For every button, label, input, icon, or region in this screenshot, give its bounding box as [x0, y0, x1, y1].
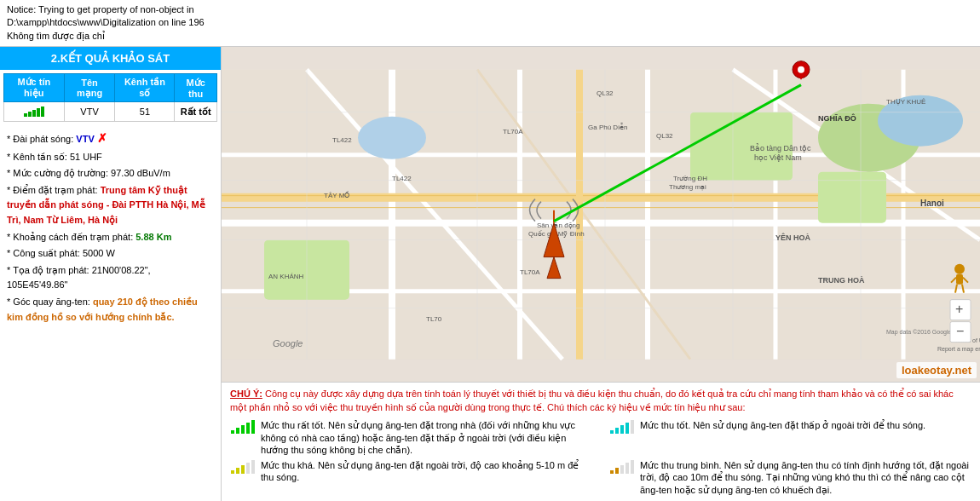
distance-label: * Khoảng cách đến trạm phát: — [7, 232, 135, 242]
svg-text:TRUNG HOÀ: TRUNG HOÀ — [818, 276, 865, 285]
notice-block: Notice: Trying to get property of non-ob… — [0, 0, 980, 47]
svg-rect-80 — [620, 425, 624, 434]
legend-signal-icon — [230, 419, 256, 434]
svg-rect-17 — [818, 172, 886, 223]
coords-row: * Tọa độ trạm phát: 21N00'08.22", 105E45… — [7, 263, 214, 293]
svg-text:Sân vận động: Sân vận động — [537, 222, 579, 229]
info-block: * Đài phát sóng: VTV ✗ * Kênh tần số: 51… — [3, 127, 217, 328]
right-area: Bảo tàng Dân tộc học Việt Nam NGHĨA ĐÔ T… — [222, 47, 980, 501]
svg-text:QL32: QL32 — [656, 132, 673, 140]
svg-rect-75 — [241, 425, 245, 434]
svg-text:THỤY KHUÊ: THỤY KHUÊ — [886, 98, 925, 106]
svg-rect-76 — [246, 423, 250, 434]
legend-text: Mức thu rất tốt. Nên sử dụng ăng-ten đặt… — [261, 419, 592, 456]
svg-rect-90 — [620, 465, 624, 474]
distance-val: 5.88 Km — [135, 232, 171, 242]
x-mark: ✗ — [97, 131, 107, 145]
svg-point-67 — [954, 264, 965, 274]
legend-item: Mức thu trung bình. Nên sử dụng ăng-ten … — [609, 459, 971, 496]
svg-rect-68 — [956, 274, 963, 285]
channel-label: * Kênh tần số: — [7, 152, 70, 162]
svg-text:Google: Google — [273, 338, 303, 348]
svg-text:TL422: TL422 — [392, 175, 412, 182]
svg-rect-91 — [625, 463, 629, 474]
signal-cell — [4, 102, 65, 122]
svg-text:TL422: TL422 — [332, 136, 352, 144]
svg-rect-73 — [231, 430, 234, 434]
svg-rect-74 — [236, 428, 239, 434]
svg-text:QL32: QL32 — [597, 89, 614, 97]
svg-rect-82 — [631, 420, 634, 434]
map-container[interactable]: Bảo tàng Dân tộc học Việt Nam NGHĨA ĐÔ T… — [222, 47, 980, 382]
col-network: Tên mạng — [64, 74, 115, 102]
svg-point-62 — [798, 66, 804, 73]
svg-text:Trường ĐH: Trường ĐH — [673, 175, 707, 182]
svg-text:YÊN HOÀ: YÊN HOÀ — [775, 233, 811, 242]
left-panel: 2.KẾT QUẢ KHẢO SÁT Mức tín hiệu Tên mạng… — [0, 47, 222, 501]
svg-text:+: + — [955, 302, 963, 316]
col-channel: Kênh tần số — [115, 74, 175, 102]
rating-cell: Rất tốt — [175, 102, 217, 122]
svg-rect-86 — [246, 463, 250, 474]
bottom-legend: CHÚ Ý: Công cụ này được xây dựng dựa trê… — [222, 382, 980, 501]
notice-line2: D:\xampp\htdocs\www\Digitalization on li… — [7, 17, 205, 27]
main-area: 2.KẾT QUẢ KHẢO SÁT Mức tín hiệu Tên mạng… — [0, 47, 980, 501]
svg-text:Ga Phú Diễn: Ga Phú Diễn — [588, 123, 627, 131]
left-scrollable[interactable]: Mức tín hiệu Tên mạng Kênh tần số Mức th… — [0, 70, 221, 501]
legend-item: Mức thu rất tốt. Nên sử dụng ăng-ten đặt… — [230, 419, 592, 456]
svg-point-21 — [358, 117, 426, 159]
svg-rect-81 — [625, 423, 629, 434]
network-cell: VTV — [64, 102, 115, 122]
broadcaster-val: VTV — [76, 134, 94, 144]
distance-row: * Khoảng cách đến trạm phát: 5.88 Km — [7, 230, 214, 245]
caution-text: CHÚ Ý: Công cụ này được xây dựng dựa trê… — [230, 388, 971, 414]
svg-text:TL70: TL70 — [426, 315, 442, 323]
coords-label: * Tọa độ trạm phát: — [7, 265, 92, 275]
map-svg: Bảo tàng Dân tộc học Việt Nam NGHĨA ĐÔ T… — [222, 47, 980, 382]
legend-signal-icon — [609, 459, 635, 474]
svg-rect-92 — [631, 460, 634, 474]
svg-text:Bảo tàng Dân tộc: Bảo tàng Dân tộc — [750, 143, 811, 153]
svg-text:NGHĨA ĐÔ: NGHĨA ĐÔ — [818, 113, 856, 123]
signal-table: Mức tín hiệu Tên mạng Kênh tần số Mức th… — [3, 73, 217, 122]
angle-label: * Góc quay ăng-ten: — [7, 297, 93, 307]
caution-prefix: CHÚ Ý: — [230, 389, 262, 399]
channel-val: 51 UHF — [70, 152, 102, 162]
svg-text:Report a map error: Report a map error — [937, 346, 980, 353]
svg-text:Map data ©2016 Google: Map data ©2016 Google — [886, 329, 951, 336]
svg-text:TL70A: TL70A — [520, 268, 540, 276]
legend-text: Mức thu tốt. Nên sử dụng ăng-ten đặt thấ… — [640, 419, 925, 431]
channel-row: * Kênh tần số: 51 UHF — [7, 150, 214, 165]
svg-text:Thương mại: Thương mại — [669, 183, 706, 191]
watermark: loakeotay.net — [896, 362, 977, 378]
field-label: * Mức cường độ trường: — [7, 168, 111, 178]
angle-row: * Góc quay ăng-ten: quay 210 độ theo chi… — [7, 295, 214, 325]
svg-rect-89 — [615, 468, 619, 474]
broadcaster-row: * Đài phát sóng: VTV ✗ — [7, 129, 214, 147]
col-rating: Mức thu — [175, 74, 217, 102]
field-row: * Mức cường độ trường: 97.30 dBuV/m — [7, 166, 214, 181]
legend-text: Mức thu trung bình. Nên sử dụng ăng-ten … — [640, 459, 971, 496]
col-signal: Mức tín hiệu — [4, 74, 65, 102]
section-header: 2.KẾT QUẢ KHẢO SÁT — [0, 47, 221, 70]
legend-signal-icon — [230, 459, 256, 474]
field-val: 97.30 dBuV/m — [111, 168, 170, 178]
svg-rect-77 — [251, 420, 255, 434]
location-row: * Điểm đặt trạm phát: Trung tâm Kỹ thuật… — [7, 183, 214, 228]
svg-rect-79 — [615, 428, 619, 434]
svg-rect-83 — [231, 470, 234, 474]
svg-text:Hanoi: Hanoi — [920, 199, 944, 208]
svg-text:AN KHÁNH: AN KHÁNH — [268, 273, 304, 280]
legend-item: Mức thu khá. Nên sử dụng ăng-ten đặt ngo… — [230, 459, 592, 496]
legend-text: Mức thu khá. Nên sử dụng ăng-ten đặt ngo… — [261, 459, 592, 484]
svg-text:học Việt Nam: học Việt Nam — [754, 153, 802, 162]
power-row: * Công suất phát: 5000 W — [7, 246, 214, 262]
power-label: * Công suất phát: — [7, 248, 83, 258]
legend-item: Mức thu tốt. Nên sử dụng ăng-ten đặt thấ… — [609, 419, 971, 456]
svg-text:TL70A: TL70A — [503, 128, 523, 135]
power-val: 5000 W — [83, 248, 115, 258]
notice-line3: Không tìm được địa chỉ — [7, 31, 105, 41]
svg-text:−: − — [956, 324, 964, 338]
svg-rect-85 — [241, 465, 245, 474]
svg-text:TÂY MỒ: TÂY MỒ — [324, 191, 349, 199]
